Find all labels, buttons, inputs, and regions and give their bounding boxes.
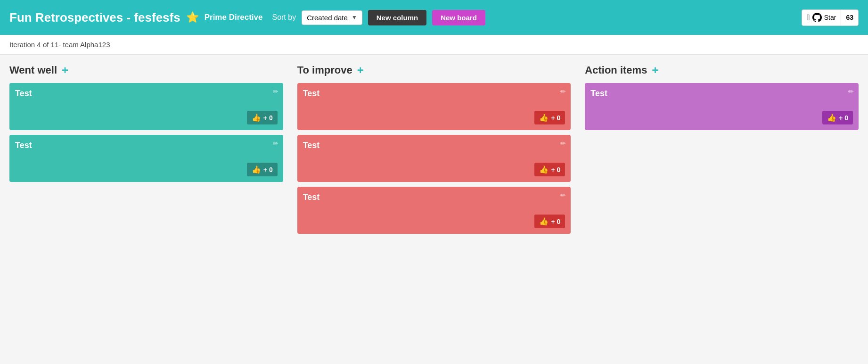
add-card-button-went-well[interactable]: + (62, 65, 68, 76)
sort-value: Created date (307, 14, 348, 22)
thumbs-up-icon: 👍 (539, 165, 549, 174)
card-ti1: ✏Test👍+ 0 (297, 83, 571, 130)
column-title-action-items: Action items (585, 64, 647, 76)
subheader: Iteration 4 of 11- team Alpha123 (0, 35, 868, 55)
card-text: Test (303, 141, 565, 150)
card-text: Test (303, 192, 565, 202)
column-header-action-items: Action items+ (585, 64, 859, 76)
edit-icon[interactable]: ✏ (273, 88, 278, 95)
edit-icon[interactable]: ✏ (273, 140, 278, 147)
sort-dropdown[interactable]: Created date ▼ (302, 10, 362, 25)
thumbs-up-icon: 👍 (252, 113, 261, 122)
board: Went well+✏Test👍+ 0✏Test👍+ 0To improve+✏… (0, 55, 868, 248)
card-ww1: ✏Test👍+ 0 (9, 83, 283, 130)
card-ti3: ✏Test👍+ 0 (297, 187, 571, 234)
vote-button[interactable]: 👍+ 0 (534, 163, 565, 176)
github-star-label-part[interactable]:  Star (802, 10, 841, 25)
column-header-to-improve: To improve+ (297, 64, 571, 76)
vote-button[interactable]: 👍+ 0 (247, 163, 278, 176)
add-card-button-action-items[interactable]: + (652, 65, 658, 76)
board-name: Prime Directive (205, 13, 263, 22)
thumbs-up-icon: 👍 (252, 165, 261, 174)
edit-icon[interactable]: ✏ (560, 191, 566, 199)
column-action-items: Action items+✏Test👍+ 0 (585, 64, 859, 135)
vote-count: + 0 (263, 166, 273, 174)
github-star-button[interactable]:  Star 63 (802, 9, 859, 26)
column-title-went-well: Went well (9, 64, 57, 76)
column-went-well: Went well+✏Test👍+ 0✏Test👍+ 0 (9, 64, 283, 187)
column-header-went-well: Went well+ (9, 64, 283, 76)
vote-button[interactable]: 👍+ 0 (534, 215, 565, 228)
app-title: Fun Retrospectives - fesfesfs (9, 10, 180, 25)
card-text: Test (15, 141, 278, 150)
star-count: 63 (841, 11, 858, 24)
chevron-down-icon: ▼ (352, 14, 357, 21)
sort-by-label: Sort by (272, 13, 296, 22)
card-ai1: ✏Test👍+ 0 (585, 83, 859, 130)
vote-button[interactable]: 👍+ 0 (247, 111, 278, 124)
card-ti2: ✏Test👍+ 0 (297, 135, 571, 182)
add-card-button-to-improve[interactable]: + (357, 65, 364, 76)
card-text: Test (303, 89, 565, 99)
vote-count: + 0 (551, 166, 560, 174)
thumbs-up-icon: 👍 (827, 113, 836, 122)
header: Fun Retrospectives - fesfesfs ⭐ Prime Di… (0, 0, 868, 35)
star-icon: ⭐ (186, 11, 199, 24)
new-board-button[interactable]: New board (432, 10, 485, 25)
vote-count: + 0 (263, 114, 273, 122)
github-logo-icon (812, 13, 822, 22)
column-title-to-improve: To improve (297, 64, 352, 76)
thumbs-up-icon: 👍 (539, 217, 549, 226)
vote-button[interactable]: 👍+ 0 (534, 111, 565, 124)
column-to-improve: To improve+✏Test👍+ 0✏Test👍+ 0✏Test👍+ 0 (297, 64, 571, 239)
card-ww2: ✏Test👍+ 0 (9, 135, 283, 182)
iteration-text: Iteration 4 of 11- team Alpha123 (9, 41, 110, 49)
edit-icon[interactable]: ✏ (848, 88, 854, 95)
thumbs-up-icon: 👍 (539, 113, 549, 122)
vote-count: + 0 (551, 114, 560, 122)
edit-icon[interactable]: ✏ (560, 140, 566, 147)
vote-count: + 0 (551, 218, 560, 225)
card-text: Test (590, 89, 853, 99)
edit-icon[interactable]: ✏ (560, 88, 566, 95)
card-text: Test (15, 89, 278, 99)
vote-button[interactable]: 👍+ 0 (822, 111, 853, 124)
star-text: Star (824, 14, 836, 21)
vote-count: + 0 (839, 114, 848, 122)
github-icon:  (807, 13, 810, 23)
new-column-button[interactable]: New column (368, 10, 426, 25)
